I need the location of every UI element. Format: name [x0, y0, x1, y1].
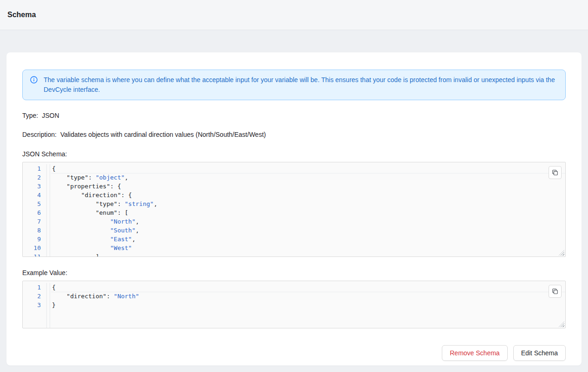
- copy-button[interactable]: [549, 166, 562, 179]
- description-row: Description:Validates objects with cardi…: [22, 131, 566, 138]
- json-schema-label: JSON Schema:: [22, 150, 566, 158]
- first-line-divider: [51, 292, 565, 292]
- first-line-divider: [51, 173, 565, 173]
- info-alert-text: The variable schema is where you can def…: [44, 75, 558, 95]
- fold-gutter: [47, 283, 50, 328]
- description-label: Description:: [22, 131, 57, 138]
- copy-button[interactable]: [549, 285, 562, 298]
- example-value-editor[interactable]: 123 { "direction": "North"}: [22, 281, 566, 328]
- code-area: { "type": "object", "properties": { "dir…: [50, 164, 565, 257]
- schema-card: The variable schema is where you can def…: [6, 52, 582, 366]
- copy-icon: [552, 169, 558, 176]
- info-circle-icon: [30, 76, 38, 83]
- info-alert: The variable schema is where you can def…: [22, 70, 566, 100]
- code-area: { "direction": "North"}: [50, 283, 565, 328]
- example-value-label: Example Value:: [22, 269, 566, 276]
- json-schema-editor[interactable]: 1234567891011 { "type": "object", "prope…: [22, 162, 566, 257]
- page-header: Schema: [0, 0, 588, 30]
- line-number-gutter: 123: [23, 283, 47, 328]
- line-number-gutter: 1234567891011: [23, 164, 47, 257]
- fold-gutter: [47, 164, 50, 257]
- action-bar: Remove Schema Edit Schema: [22, 345, 566, 361]
- remove-schema-button[interactable]: Remove Schema: [442, 345, 507, 361]
- type-value: JSON: [42, 112, 59, 119]
- description-value: Validates objects with cardinal directio…: [60, 131, 266, 138]
- copy-icon: [552, 288, 558, 295]
- type-label: Type:: [22, 112, 38, 119]
- type-row: Type:JSON: [22, 112, 566, 119]
- page-title: Schema: [7, 11, 36, 19]
- edit-schema-button[interactable]: Edit Schema: [513, 345, 566, 361]
